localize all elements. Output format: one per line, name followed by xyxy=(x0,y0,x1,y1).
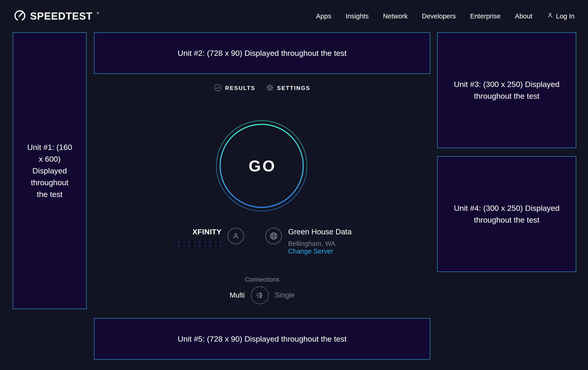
user-icon xyxy=(547,12,554,20)
connections-section: Connections Multi Single xyxy=(94,276,430,304)
ad-unit-1-label: Unit #1: (160 x 600) Displayed throughou… xyxy=(26,141,74,200)
provider-info-row: XFINITY Green House Data Bellingham, WA … xyxy=(94,227,430,255)
ad-unit-4[interactable]: Unit #4: (300 x 250) Displayed throughou… xyxy=(437,156,576,272)
ad-unit-2[interactable]: Unit #2: (728 x 90) Displayed throughout… xyxy=(94,32,430,74)
isp-name: XFINITY xyxy=(173,227,221,236)
server-name: Green House Data xyxy=(288,227,352,236)
ad-unit-5[interactable]: Unit #5: (728 x 90) Displayed throughout… xyxy=(94,318,430,360)
connections-single-option[interactable]: Single xyxy=(275,291,295,300)
nav-item-enterprise[interactable]: Enterprise xyxy=(470,12,501,20)
ad-unit-2-label: Unit #2: (728 x 90) Displayed throughout… xyxy=(178,47,346,59)
change-server-link[interactable]: Change Server xyxy=(288,248,333,255)
connections-label: Connections xyxy=(94,276,430,283)
ad-unit-4-label: Unit #4: (300 x 250) Displayed throughou… xyxy=(447,202,567,226)
login-button[interactable]: Log In xyxy=(547,12,575,20)
tab-settings[interactable]: SETTINGS xyxy=(266,84,310,92)
settings-tab-label: SETTINGS xyxy=(277,85,310,91)
isp-block: XFINITY xyxy=(173,227,221,247)
tab-bar: RESULTS SETTINGS xyxy=(94,84,430,92)
gear-icon xyxy=(266,84,274,92)
server-location: Bellingham, WA xyxy=(288,240,352,248)
logo-trademark: ® xyxy=(97,11,99,15)
ad-unit-3[interactable]: Unit #3: (300 x 250) Displayed throughou… xyxy=(437,32,576,148)
results-tab-label: RESULTS xyxy=(225,85,255,91)
connections-toggle-row: Multi Single xyxy=(94,286,430,304)
redacted-ip-address xyxy=(173,240,221,247)
nav-item-network[interactable]: Network xyxy=(383,12,407,20)
nav-item-developers[interactable]: Developers xyxy=(422,12,456,20)
speedtest-logo[interactable]: SPEEDTEST ® xyxy=(13,9,98,23)
ad-unit-1[interactable]: Unit #1: (160 x 600) Displayed throughou… xyxy=(13,32,87,309)
nav-item-about[interactable]: About xyxy=(515,12,533,20)
go-button-label: GO xyxy=(215,120,308,212)
nav-item-apps[interactable]: Apps xyxy=(316,12,331,20)
isp-user-icon[interactable] xyxy=(228,228,244,244)
check-circle-icon xyxy=(214,84,222,92)
login-label: Log In xyxy=(556,12,575,20)
speedometer-icon xyxy=(13,9,26,23)
connections-toggle[interactable] xyxy=(251,286,269,304)
ad-unit-5-label: Unit #5: (728 x 90) Displayed throughout… xyxy=(178,333,346,345)
go-button[interactable]: GO xyxy=(215,120,308,212)
multi-connection-arrows-icon xyxy=(255,290,265,300)
nav-menu: Apps Insights Network Developers Enterpr… xyxy=(316,12,575,20)
server-globe-icon[interactable] xyxy=(265,228,282,244)
logo-text: SPEEDTEST xyxy=(30,10,93,22)
nav-item-insights[interactable]: Insights xyxy=(346,12,368,20)
server-block: Green House Data Bellingham, WA Change S… xyxy=(288,227,352,255)
connections-multi-option[interactable]: Multi xyxy=(230,291,245,300)
ad-unit-3-label: Unit #3: (300 x 250) Displayed throughou… xyxy=(447,79,567,102)
top-nav: SPEEDTEST ® Apps Insights Network Develo… xyxy=(0,0,588,32)
tab-results[interactable]: RESULTS xyxy=(214,84,255,92)
